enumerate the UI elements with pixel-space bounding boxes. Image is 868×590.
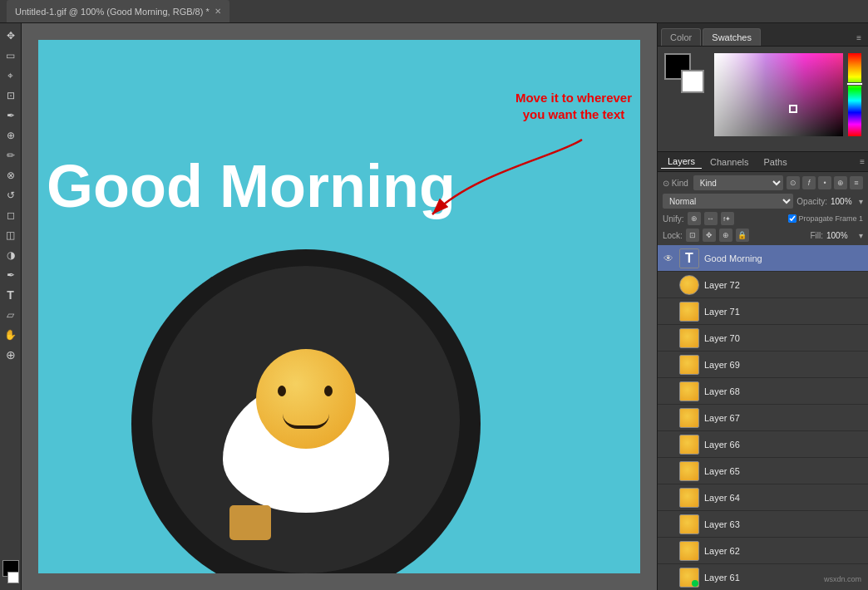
- hue-cursor: [846, 82, 863, 86]
- unify-row: Unify: ⊕ ↔ f✦ Propagate Frame 1: [663, 212, 863, 225]
- layer-visibility-icon[interactable]: 👁: [663, 279, 674, 291]
- brush-tool[interactable]: ✏: [2, 146, 20, 165]
- layer-thumbnail: [679, 328, 699, 348]
- layer-thumbnail: [679, 435, 699, 455]
- yolk-smile: [283, 414, 329, 429]
- lock-icon-1[interactable]: ⊡: [686, 229, 699, 242]
- lasso-tool[interactable]: ⌖: [2, 66, 20, 85]
- layer-row[interactable]: 👁 Layer 63: [658, 511, 868, 538]
- filter-icon-2[interactable]: f: [802, 176, 816, 189]
- layer-visibility-icon[interactable]: 👁: [663, 306, 674, 317]
- layer-visibility-icon[interactable]: 👁: [663, 572, 674, 583]
- hue-slider[interactable]: [848, 53, 861, 136]
- opacity-drop-icon[interactable]: ▾: [859, 197, 863, 206]
- mode-select[interactable]: Normal Dissolve Multiply: [663, 194, 793, 209]
- heal-tool[interactable]: ⊕: [2, 126, 20, 145]
- close-icon[interactable]: ✕: [215, 7, 221, 16]
- filter-icon-3[interactable]: •: [818, 176, 831, 189]
- unify-icon-2[interactable]: ↔: [704, 212, 718, 225]
- layer-row[interactable]: 👁 T Good Morning: [658, 245, 868, 272]
- layer-visibility-icon[interactable]: 👁: [663, 253, 674, 264]
- color-picker-section: [658, 47, 868, 152]
- layer-visibility-icon[interactable]: 👁: [663, 545, 674, 557]
- layer-row[interactable]: 👁 Layer 70: [658, 325, 868, 352]
- lock-icon-3[interactable]: ⊕: [719, 229, 732, 242]
- pan-inner: [152, 266, 460, 573]
- dodge-tool[interactable]: ◑: [2, 246, 20, 264]
- layers-tab[interactable]: Layers: [661, 155, 702, 169]
- layer-visibility-icon[interactable]: 👁: [663, 359, 674, 371]
- layer-row[interactable]: 👁 Layer 66: [658, 431, 868, 458]
- paths-tab[interactable]: Paths: [757, 155, 794, 169]
- propagate-check[interactable]: [788, 214, 796, 223]
- filter-icon-5[interactable]: ≡: [850, 176, 863, 189]
- swatches-tab[interactable]: Swatches: [703, 28, 761, 46]
- layer-visibility-icon[interactable]: 👁: [663, 412, 674, 424]
- layer-row[interactable]: 👁 Layer 71: [658, 298, 868, 325]
- gradient-picker[interactable]: [714, 53, 861, 145]
- left-toolbar: ✥ ▭ ⌖ ⊡ ✒ ⊕ ✏ ⊗ ↺ ◻ ◫ ◑ ✒ T ▱ ✋ ⊕: [0, 23, 22, 590]
- stamp-tool[interactable]: ⊗: [2, 166, 20, 184]
- propagate-checkbox[interactable]: Propagate Frame 1: [788, 214, 863, 223]
- layer-thumbnail: [679, 408, 699, 428]
- background-color[interactable]: [681, 70, 704, 93]
- layer-thumbnail: [679, 275, 699, 295]
- layer-name: Layer 72: [704, 280, 863, 290]
- layer-visibility-icon[interactable]: 👁: [663, 519, 674, 530]
- layer-name: Layer 70: [704, 333, 863, 343]
- layer-visibility-icon[interactable]: 👁: [663, 439, 674, 450]
- layer-row[interactable]: 👁 Layer 72: [658, 272, 868, 298]
- eyedropper-tool[interactable]: ✒: [2, 106, 20, 125]
- shape-tool[interactable]: ▱: [2, 306, 20, 324]
- channels-tab[interactable]: Channels: [703, 155, 755, 169]
- canvas-area[interactable]: Good Morning: [22, 23, 657, 590]
- layer-visibility-icon[interactable]: 👁: [663, 332, 674, 344]
- unify-icon-1[interactable]: ⊕: [688, 212, 701, 225]
- gradient-tool[interactable]: ◫: [2, 226, 20, 244]
- hand-tool[interactable]: ✋: [2, 326, 20, 344]
- spectrum-box[interactable]: [714, 53, 843, 136]
- layer-name: Layer 69: [704, 360, 863, 370]
- panel-menu-icon[interactable]: ≡: [853, 30, 865, 46]
- layers-menu-icon[interactable]: ≡: [860, 157, 865, 166]
- text-tool[interactable]: T: [2, 286, 20, 304]
- crop-tool[interactable]: ⊡: [2, 86, 20, 105]
- fill-label: Fill:: [810, 231, 823, 240]
- layer-visibility-icon[interactable]: 👁: [663, 492, 674, 504]
- layer-visibility-icon[interactable]: 👁: [663, 465, 674, 477]
- move-tool[interactable]: ✥: [2, 27, 20, 45]
- select-tool[interactable]: ▭: [2, 47, 20, 65]
- layer-name: Layer 63: [704, 519, 863, 529]
- layers-list[interactable]: 👁 T Good Morning 👁 Layer 72 👁 Layer 71: [658, 245, 868, 590]
- layer-thumbnail: [679, 488, 699, 508]
- fill-drop-icon[interactable]: ▾: [859, 231, 863, 240]
- spectrum-gradient: [714, 53, 861, 145]
- eraser-tool[interactable]: ◻: [2, 206, 20, 224]
- layer-row[interactable]: 👁 Layer 65: [658, 458, 868, 484]
- layer-row[interactable]: 👁 Layer 67: [658, 405, 868, 431]
- document-tab[interactable]: Untitled-1.gif @ 100% (Good Morning, RGB…: [7, 0, 229, 22]
- layer-row[interactable]: 👁 Layer 64: [658, 484, 868, 511]
- unify-label: Unify:: [663, 214, 684, 224]
- unify-icon-3[interactable]: f✦: [721, 212, 734, 225]
- lock-icon-4[interactable]: 🔒: [736, 229, 749, 242]
- annotation-line2: you want the text: [523, 107, 625, 121]
- fg-bg-colors[interactable]: [664, 53, 708, 96]
- spectrum-white-overlay: [714, 53, 843, 136]
- layer-visibility-icon[interactable]: 👁: [663, 386, 674, 397]
- canvas-content: Good Morning: [38, 40, 640, 573]
- layer-row[interactable]: 👁 Layer 68: [658, 378, 868, 405]
- layer-name: Layer 64: [704, 493, 863, 503]
- color-tab[interactable]: Color: [661, 28, 701, 46]
- filter-icon-1[interactable]: ⊙: [787, 176, 800, 189]
- zoom-tool[interactable]: ⊕: [2, 346, 20, 364]
- layer-row[interactable]: 👁 Layer 69: [658, 352, 868, 378]
- history-tool[interactable]: ↺: [2, 186, 20, 204]
- kind-select[interactable]: Kind Name Effect: [693, 175, 783, 190]
- lock-icon-2[interactable]: ✥: [703, 229, 716, 242]
- layer-thumbnail: [679, 355, 699, 375]
- pen-tool[interactable]: ✒: [2, 266, 20, 284]
- filter-icon-4[interactable]: ⊕: [834, 176, 847, 189]
- layer-row[interactable]: 👁 Layer 62: [658, 538, 868, 564]
- annotation-arrow: [407, 123, 590, 223]
